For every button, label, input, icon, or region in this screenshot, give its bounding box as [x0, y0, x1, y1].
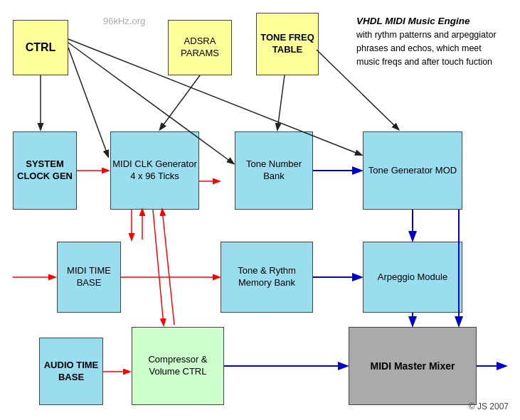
arpeggio-module-box: Arpeggio Module	[363, 242, 462, 313]
copyright-text: © JS 2007	[469, 402, 509, 411]
tone-rythm-memory-box: Tone & Rythm Memory Bank	[221, 242, 313, 313]
svg-line-5	[277, 75, 285, 129]
midi-clk-gen-box: MIDI CLK Generator 4 x 96 Ticks	[110, 131, 199, 210]
info-title: VHDL MIDI Music Engine	[356, 14, 506, 28]
tone-number-bank-box: Tone Number Bank	[235, 131, 313, 210]
info-description: with rythm patterns and arpeggiator phra…	[356, 28, 506, 68]
ctrl-box: CTRL	[13, 20, 68, 75]
midi-time-base-box: MIDI TIME BASE	[57, 242, 121, 313]
midi-master-mixer-box: MIDI Master Mixer	[349, 327, 477, 405]
tone-freq-table-box: TONE FREQ TABLE	[256, 13, 319, 75]
watermark-text: 96kHz.org	[103, 16, 145, 26]
svg-line-11	[153, 210, 164, 325]
info-block: VHDL MIDI Music Engine with rythm patter…	[356, 14, 506, 69]
svg-line-4	[160, 75, 200, 129]
adsra-params-box: ADSRA PARAMS	[168, 20, 232, 75]
tone-generator-mod-box: Tone Generator MOD	[363, 131, 462, 210]
system-clock-gen-box: SYSTEM CLOCK GEN	[13, 131, 77, 210]
svg-line-12	[162, 210, 174, 325]
compressor-volume-box: Compressor & Volume CTRL	[132, 327, 224, 405]
audio-time-base-box: AUDIO TIME BASE	[39, 338, 103, 405]
